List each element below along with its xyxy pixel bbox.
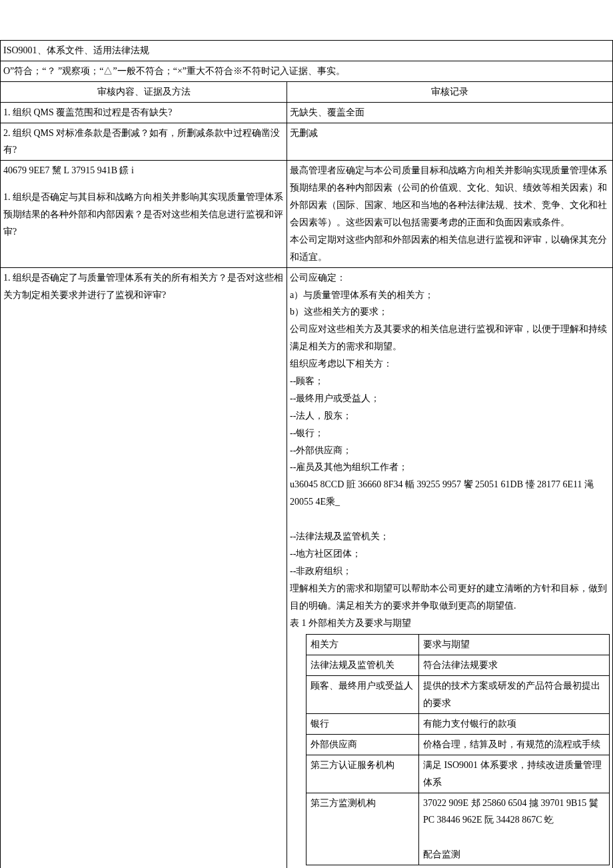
row2-left: 2. 组织 QMS 对标准条款是否删减？如有，所删减条款中过程确凿没有? [1, 123, 287, 161]
row4-line: u36045 8CCD 賍 36660 8F34 輴 39255 9957 饗 … [290, 476, 610, 511]
row4-line: --雇员及其他为组织工作者； [290, 459, 610, 476]
row4-line: --法人，股东； [290, 407, 610, 425]
header-line-1: ISO9001、体系文件、适用法律法规 [1, 41, 613, 61]
party-cell: 第三方认证服务机构 [306, 755, 419, 793]
table-external-parties: 相关方 要求与期望 法律法规及监管机关符合法律法规要求顾客、最终用户或受益人提供… [306, 634, 610, 865]
req-cell: 价格合理，结算及时，有规范的流程或手续 [418, 734, 609, 755]
table-row: 第三方认证服务机构满足 ISO9001 体系要求，持续改进质量管理体系 [306, 755, 610, 793]
row4-line: --最终用户或受益人； [290, 390, 610, 407]
row3-right: 最高管理者应确定与本公司质量目标和战略方向相关并影响实现质量管理体系预期结果的各… [287, 161, 613, 267]
row3-left: 40679 9EE7 黧 L 37915 941B 鐛 i 1. 组织是否确定与… [1, 161, 287, 267]
req-cell: 有能力支付银行的款项 [418, 713, 609, 734]
row3-left-code: 40679 9EE7 黧 L 37915 941B 鐛 i [3, 162, 284, 179]
party-cell: 法律法规及监管机关 [306, 655, 419, 676]
req-cell: 符合法律法规要求 [418, 655, 609, 676]
row4-line: --地方社区团体； [290, 545, 610, 563]
row4-line: --非政府组织； [290, 563, 610, 580]
req-cell: 提供的技术方案或研发的产品符合最初提出的要求 [418, 676, 609, 714]
req-cell: 满足 ISO9001 体系要求，持续改进质量管理体系 [418, 755, 609, 793]
table-row: 法律法规及监管机关符合法律法规要求 [306, 655, 610, 676]
row1-left: 1. 组织 QMS 覆盖范围和过程是否有缺失? [1, 102, 287, 123]
party-cell: 顾客、最终用户或受益人 [306, 676, 419, 714]
table1-header-party: 相关方 [306, 635, 419, 655]
row4-line: --顾客； [290, 373, 610, 390]
row3-left-text: 1. 组织是否确定与其目标和战略方向相关并影响其实现质量管理体系预期结果的各种外… [3, 189, 284, 241]
row4-left: 1. 组织是否确定了与质量管理体系有关的所有相关方？是否对这些相关方制定相关要求… [1, 267, 287, 868]
table1-header-req: 要求与期望 [418, 635, 609, 655]
row4-line: 公司应确定： [290, 269, 610, 287]
table1-caption: 表 1 外部相关方及要求与期望 [290, 615, 610, 632]
row4-line: 理解相关方的需求和期望可以帮助本公司更好的建立清晰的方针和目标，做到目的明确。满… [290, 580, 610, 615]
table-row: 银行有能力支付银行的款项 [306, 713, 610, 734]
row1-right: 无缺失、覆盖全面 [287, 102, 613, 123]
table-row: 顾客、最终用户或受益人提供的技术方案或研发的产品符合最初提出的要求 [306, 676, 610, 714]
table-row: 外部供应商价格合理，结算及时，有规范的流程或手续 [306, 734, 610, 755]
col-header-right: 审核记录 [287, 81, 613, 102]
row4-line: --外部供应商； [290, 442, 610, 459]
header-line-2: O”符合；“？ ”观察项；“△”一般不符合；“×”重大不符合※不符时记入证据、事… [1, 61, 613, 81]
req-cell: 37022 909E 邞 25860 6504 攄 39701 9B15 鬕PC… [418, 793, 609, 865]
col-header-left: 审核内容、证据及方法 [1, 81, 287, 102]
table-row: 第三方监测机构37022 909E 邞 25860 6504 攄 39701 9… [306, 793, 610, 865]
row4-line: b）这些相关方的要求； [290, 303, 610, 321]
row4-line: 公司应对这些相关方及其要求的相关信息进行监视和评审，以便于理解和持续满足相关方的… [290, 321, 610, 355]
row4-line: a）与质量管理体系有关的相关方； [290, 287, 610, 304]
row4-line [290, 511, 610, 528]
row4-line: --法律法规及监管机关； [290, 528, 610, 545]
row4-line: 组织应考虑以下相关方： [290, 355, 610, 373]
row2-right: 无删减 [287, 123, 613, 161]
party-cell: 第三方监测机构 [306, 793, 419, 865]
row4-right-text: 公司应确定：a）与质量管理体系有关的相关方；b）这些相关方的要求；公司应对这些相… [290, 269, 610, 615]
row4-right: 公司应确定：a）与质量管理体系有关的相关方；b）这些相关方的要求；公司应对这些相… [287, 267, 613, 868]
party-cell: 银行 [306, 713, 419, 734]
party-cell: 外部供应商 [306, 734, 419, 755]
audit-table: ISO9001、体系文件、适用法律法规 O”符合；“？ ”观察项；“△”一般不符… [0, 40, 613, 868]
row4-line: --银行； [290, 425, 610, 442]
